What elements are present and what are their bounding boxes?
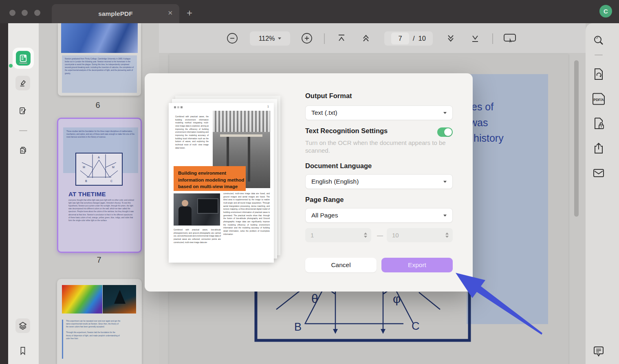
new-tab-button[interactable]: + <box>187 7 192 19</box>
chevron-down-icon <box>443 181 447 183</box>
account-avatar[interactable]: C <box>599 5 612 18</box>
mail-button[interactable] <box>589 165 608 181</box>
bookmark-button[interactable] <box>15 344 30 358</box>
output-format-select[interactable]: Text (.txt) <box>305 105 453 120</box>
layers-button[interactable] <box>15 318 30 333</box>
output-format-value: Text (.txt) <box>311 109 337 116</box>
zoom-level-value: 112% <box>259 35 275 42</box>
window-minimize-button[interactable] <box>22 10 28 16</box>
current-page-input[interactable]: 7 <box>391 33 409 44</box>
range-end-value: 10 <box>392 232 399 239</box>
window-zoom-button[interactable] <box>34 10 40 16</box>
comment-icon <box>593 345 605 357</box>
pages-icon <box>18 146 27 155</box>
highlighter-icon <box>18 79 27 88</box>
edit-note-icon <box>18 106 27 115</box>
preview-page-number: 1 <box>267 105 269 108</box>
last-page-button[interactable] <box>469 33 481 44</box>
layers-icon <box>18 321 28 331</box>
preview-page-front: 1 Combined with practical cases, the bui… <box>169 103 274 263</box>
range-end-stepper[interactable]: 10 <box>387 228 453 242</box>
double-chevron-down-icon <box>445 33 456 44</box>
pdfa-label: PDF/A <box>594 98 604 102</box>
organize-pages-button[interactable] <box>15 143 30 158</box>
preview-col2: Combined with practical cases, low-altit… <box>174 228 221 244</box>
stepper-arrows-icon[interactable] <box>445 232 449 238</box>
page8-prism-photo <box>103 285 136 314</box>
range-start-stepper[interactable]: 1 <box>305 228 371 242</box>
page-highlight-box: es of was history <box>467 74 548 324</box>
document-language-value: English (English) <box>311 178 359 185</box>
page-indicator: 7 / 10 <box>384 31 433 46</box>
first-page-button[interactable] <box>336 33 347 44</box>
toolbar-separator <box>492 33 493 44</box>
document-tab[interactable]: samplePDF ✕ <box>52 4 179 23</box>
diagram-theta-label: θ <box>311 292 318 305</box>
thumbnail-page-7-selected[interactable]: These studies laid the foundation for th… <box>57 118 142 253</box>
chevron-down-icon <box>443 215 447 217</box>
mini-m-left-label: M <box>83 166 85 169</box>
go-to-top-icon <box>336 33 347 44</box>
document-language-select[interactable]: English (English) <box>305 174 453 189</box>
thumbnail-panel: Newton graduated from Trinity College, C… <box>39 23 159 364</box>
convert-file-icon <box>593 68 605 81</box>
pdfa-icon: PDF/A <box>591 92 606 105</box>
page6-text: Newton graduated from Trinity College, C… <box>62 55 137 93</box>
feedback-button[interactable] <box>589 343 608 360</box>
edit-pdf-button[interactable] <box>15 103 30 118</box>
previous-page-button[interactable] <box>360 33 372 44</box>
total-pages: 10 <box>419 35 426 42</box>
page-text-fragment: es of <box>471 101 493 113</box>
export-dialog: 1 Combined with practical cases, the bui… <box>145 73 473 292</box>
convert-button[interactable] <box>589 66 608 82</box>
vertical-scrollbar[interactable] <box>574 60 579 217</box>
search-button[interactable] <box>589 32 608 48</box>
zoom-out-icon <box>227 33 238 44</box>
page-range-select[interactable]: All Pages <box>305 208 453 223</box>
right-toolbar: PDF/A <box>586 23 619 364</box>
go-to-bottom-icon <box>469 33 481 44</box>
page7-mini-diagram: A M M B C <box>75 153 123 186</box>
presentation-button[interactable] <box>503 32 517 44</box>
search-icon <box>593 35 604 46</box>
stepper-arrows-icon[interactable] <box>364 232 367 238</box>
ocr-description: Turn on the OCR when the document appear… <box>305 139 450 154</box>
ocr-toggle[interactable] <box>437 127 453 137</box>
zoom-level-dropdown[interactable]: 112% <box>250 31 290 46</box>
pdfa-button[interactable]: PDF/A <box>589 91 608 107</box>
output-format-label: Output Format <box>305 92 352 100</box>
range-dash: — <box>377 232 383 239</box>
share-button[interactable] <box>589 140 608 156</box>
tab-close-icon[interactable]: ✕ <box>167 9 173 17</box>
zoom-in-button[interactable] <box>301 33 313 44</box>
export-button[interactable]: Export <box>381 258 453 272</box>
preview-article-title: Building environment information modelin… <box>174 166 246 191</box>
zoom-out-button[interactable] <box>227 33 238 44</box>
page8-text: This experiment can be repeated over and… <box>66 320 121 340</box>
mini-m-right-label: M <box>112 166 115 169</box>
window-close-button[interactable] <box>9 10 15 16</box>
ocr-settings-label: Text Recognition Settings <box>305 127 388 135</box>
mail-icon <box>593 168 605 178</box>
cancel-button[interactable]: Cancel <box>305 258 377 272</box>
annotate-button[interactable] <box>15 76 30 90</box>
presentation-icon <box>503 32 517 44</box>
toolbar-separator <box>324 33 325 44</box>
diagram-phi-label: φ <box>393 292 401 305</box>
tab-title: samplePDF <box>98 10 132 18</box>
chevron-down-icon <box>278 37 281 39</box>
view-toolbar: 112% 7 / 10 <box>159 23 586 53</box>
thumbnail-page-6[interactable]: Newton graduated from Trinity College, C… <box>58 23 141 96</box>
diagram-b-label: B <box>294 321 302 333</box>
preview-col3: constructed, multi-view image data are f… <box>223 192 270 236</box>
page-range-label: Page Range <box>305 196 344 204</box>
active-indicator-dot <box>9 64 13 68</box>
chevron-down-icon <box>443 112 447 114</box>
page-range-value: All Pages <box>311 212 338 219</box>
protect-button[interactable] <box>589 115 608 132</box>
next-page-button[interactable] <box>445 33 456 44</box>
toggle-knob <box>444 128 452 136</box>
page-number-label: 6 <box>90 101 106 110</box>
toolbar-divider <box>19 130 27 131</box>
thumbnail-page-8[interactable]: This experiment can be repeated over and… <box>57 279 142 364</box>
